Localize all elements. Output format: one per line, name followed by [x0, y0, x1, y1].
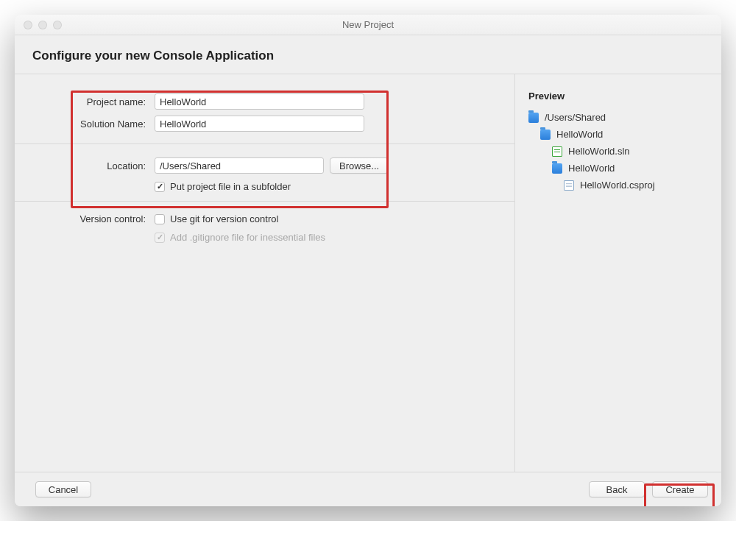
- location-input[interactable]: [155, 157, 324, 174]
- preview-tree-item: HelloWorld: [528, 126, 708, 143]
- window-title: New Project: [15, 19, 721, 30]
- folder-icon: [528, 113, 539, 123]
- preview-tree: /Users/SharedHelloWorldHelloWorld.slnHel…: [528, 109, 708, 194]
- content-area: Project name: Solution Name: Location: B…: [15, 74, 721, 472]
- location-row: Location: Browse...: [15, 155, 514, 177]
- preview-tree-item-label: HelloWorld.csproj: [580, 180, 655, 191]
- preview-tree-item-label: HelloWorld: [556, 129, 603, 140]
- preview-tree-item: HelloWorld: [528, 160, 708, 177]
- preview-tree-item: HelloWorld.csproj: [528, 177, 708, 194]
- new-project-window: New Project Configure your new Console A…: [15, 15, 721, 506]
- folder-icon: [552, 163, 562, 174]
- version-control-label: Version control:: [15, 213, 155, 224]
- page-heading: Configure your new Console Application: [15, 35, 721, 74]
- folder-icon: [540, 130, 551, 140]
- version-control-row: Version control: Use git for version con…: [15, 212, 514, 227]
- cancel-button[interactable]: Cancel: [35, 481, 91, 497]
- preview-tree-item-label: HelloWorld: [568, 163, 615, 174]
- preview-tree-item: /Users/Shared: [528, 109, 708, 126]
- location-label: Location:: [15, 160, 155, 171]
- browse-button[interactable]: Browse...: [330, 157, 389, 174]
- form-panel: Project name: Solution Name: Location: B…: [15, 74, 515, 472]
- solution-name-label: Solution Name:: [15, 118, 155, 130]
- create-button[interactable]: Create: [652, 481, 708, 497]
- csproj-file-icon: [564, 180, 574, 191]
- solution-file-icon: [552, 146, 562, 157]
- divider: [15, 143, 514, 144]
- gitignore-label: Add .gitignore file for inessential file…: [170, 232, 325, 243]
- subfolder-row: Put project file in a subfolder: [15, 181, 514, 192]
- footer: Cancel Back Create: [15, 472, 721, 506]
- titlebar: New Project: [15, 15, 721, 35]
- divider: [15, 201, 514, 202]
- preview-tree-item-label: HelloWorld.sln: [568, 146, 630, 157]
- project-name-input[interactable]: [155, 93, 364, 110]
- git-checkbox[interactable]: [155, 214, 165, 224]
- gitignore-checkbox: [155, 233, 165, 243]
- subfolder-checkbox[interactable]: [155, 182, 165, 192]
- gitignore-row: Add .gitignore file for inessential file…: [15, 232, 514, 243]
- git-label: Use git for version control: [170, 213, 278, 224]
- preview-tree-item: HelloWorld.sln: [528, 143, 708, 160]
- project-name-row: Project name:: [15, 91, 514, 113]
- solution-name-input[interactable]: [155, 116, 364, 132]
- project-name-label: Project name:: [15, 96, 155, 107]
- back-button[interactable]: Back: [589, 481, 645, 497]
- solution-name-row: Solution Name:: [15, 113, 514, 135]
- preview-panel: Preview /Users/SharedHelloWorldHelloWorl…: [515, 74, 721, 472]
- preview-tree-item-label: /Users/Shared: [545, 112, 606, 123]
- subfolder-label: Put project file in a subfolder: [170, 181, 291, 192]
- preview-heading: Preview: [528, 91, 708, 102]
